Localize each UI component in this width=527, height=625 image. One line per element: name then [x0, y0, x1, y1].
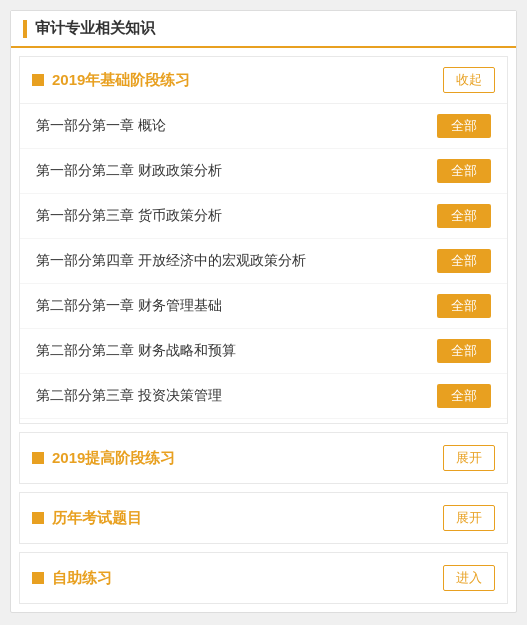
section-self-square [32, 572, 44, 584]
section-self-header: 自助练习 进入 [20, 553, 507, 603]
section-advanced-toggle-button[interactable]: 展开 [443, 445, 495, 471]
section-self-title: 自助练习 [52, 569, 112, 588]
chapter-all-button[interactable]: 全部 [437, 114, 491, 138]
chapter-all-button[interactable]: 全部 [437, 249, 491, 273]
chapter-all-button[interactable]: 全部 [437, 339, 491, 363]
section-advanced-header: 2019提高阶段练习 展开 [20, 433, 507, 483]
main-card: 审计专业相关知识 2019年基础阶段练习 收起 第一部分第一章 概论 全部 第一… [10, 10, 517, 613]
chapter-name: 第二部分第一章 财务管理基础 [36, 297, 222, 315]
section-history: 历年考试题目 展开 [19, 492, 508, 544]
section-basic-toggle-button[interactable]: 收起 [443, 67, 495, 93]
table-row: 第二部分第四章 筹资决策管理 全部 [20, 419, 507, 423]
table-row: 第一部分第一章 概论 全部 [20, 104, 507, 149]
section-history-toggle-button[interactable]: 展开 [443, 505, 495, 531]
chapter-name: 第一部分第一章 概论 [36, 117, 166, 135]
chapter-name: 第二部分第二章 财务战略和预算 [36, 342, 236, 360]
page-container: 审计专业相关知识 2019年基础阶段练习 收起 第一部分第一章 概论 全部 第一… [0, 0, 527, 625]
section-advanced: 2019提高阶段练习 展开 [19, 432, 508, 484]
table-row: 第二部分第一章 财务管理基础 全部 [20, 284, 507, 329]
section-advanced-square [32, 452, 44, 464]
section-basic-title: 2019年基础阶段练习 [52, 71, 190, 90]
section-history-header: 历年考试题目 展开 [20, 493, 507, 543]
section-advanced-title: 2019提高阶段练习 [52, 449, 175, 468]
chapter-name: 第二部分第三章 投资决策管理 [36, 387, 222, 405]
section-advanced-title-wrap: 2019提高阶段练习 [32, 449, 175, 468]
section-basic: 2019年基础阶段练习 收起 第一部分第一章 概论 全部 第一部分第二章 财政政… [19, 56, 508, 424]
header-accent-bar [23, 20, 27, 38]
chapter-all-button[interactable]: 全部 [437, 294, 491, 318]
table-row: 第二部分第二章 财务战略和预算 全部 [20, 329, 507, 374]
chapter-list-basic[interactable]: 第一部分第一章 概论 全部 第一部分第二章 财政政策分析 全部 第一部分第三章 … [20, 103, 507, 423]
chapter-name: 第一部分第三章 货币政策分析 [36, 207, 222, 225]
table-row: 第一部分第四章 开放经济中的宏观政策分析 全部 [20, 239, 507, 284]
card-header-title: 审计专业相关知识 [35, 19, 155, 38]
section-history-square [32, 512, 44, 524]
section-history-title-wrap: 历年考试题目 [32, 509, 142, 528]
section-basic-header: 2019年基础阶段练习 收起 [20, 57, 507, 103]
table-row: 第一部分第二章 财政政策分析 全部 [20, 149, 507, 194]
table-row: 第一部分第三章 货币政策分析 全部 [20, 194, 507, 239]
section-history-title: 历年考试题目 [52, 509, 142, 528]
section-self: 自助练习 进入 [19, 552, 508, 604]
section-self-title-wrap: 自助练习 [32, 569, 112, 588]
card-header: 审计专业相关知识 [11, 11, 516, 48]
section-basic-square [32, 74, 44, 86]
section-basic-title-wrap: 2019年基础阶段练习 [32, 71, 190, 90]
chapter-all-button[interactable]: 全部 [437, 159, 491, 183]
chapter-name: 第一部分第四章 开放经济中的宏观政策分析 [36, 252, 306, 270]
chapter-all-button[interactable]: 全部 [437, 384, 491, 408]
section-self-enter-button[interactable]: 进入 [443, 565, 495, 591]
chapter-all-button[interactable]: 全部 [437, 204, 491, 228]
table-row: 第二部分第三章 投资决策管理 全部 [20, 374, 507, 419]
chapter-name: 第一部分第二章 财政政策分析 [36, 162, 222, 180]
